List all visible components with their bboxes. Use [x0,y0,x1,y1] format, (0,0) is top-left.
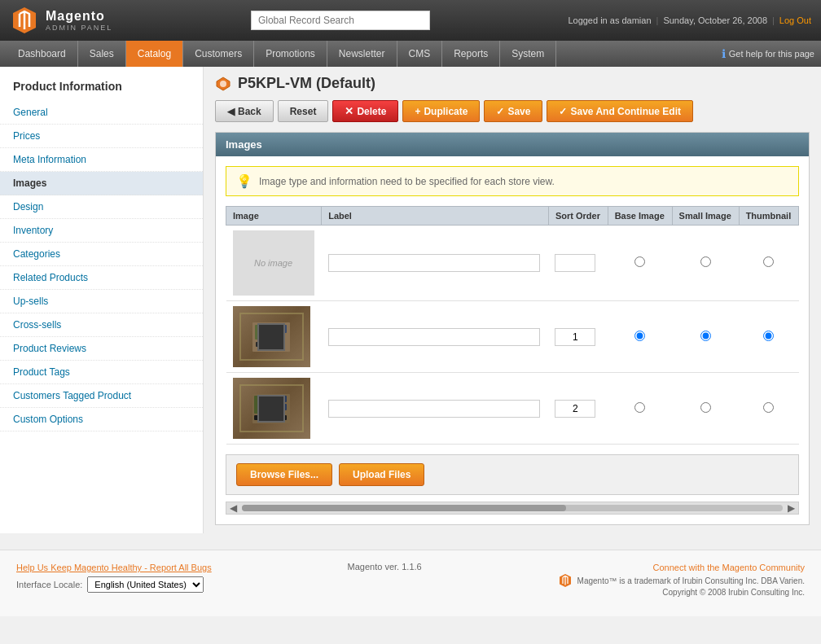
nav-item-newsletter[interactable]: Newsletter [327,41,397,67]
nav-item-dashboard[interactable]: Dashboard [7,41,78,67]
sidebar-item-categories[interactable]: Categories [0,243,203,266]
sidebar-item-reviews[interactable]: Product Reviews [0,337,203,361]
col-label: Label [322,207,549,226]
sidebar-item-tags[interactable]: Product Tags [0,361,203,384]
sidebar-item-upsells[interactable]: Up-sells [0,290,203,313]
base-radio-cell-1 [608,226,672,301]
svg-rect-3 [255,325,271,340]
image-label-input-1[interactable] [328,254,540,272]
sidebar-item-customers-tagged[interactable]: Customers Tagged Product [0,384,203,408]
content-area: P5KPL-VM (Default) ◀ Back Reset ✕ Delete… [204,67,821,533]
images-section-header: Images [216,133,809,156]
community-link[interactable]: Connect with the Magento Community [653,563,805,572]
image-label-input-3[interactable] [328,400,540,418]
logout-link[interactable]: Log Out [779,15,811,25]
header-search-area [251,11,430,30]
footer-top: Help Us Keep Magento Healthy - Report Al… [16,562,805,597]
scroll-right-button[interactable]: ▶ [784,502,798,514]
image-cell-3 [226,373,322,445]
upload-area: Browse Files... Upload Files [226,454,799,495]
sidebar-item-inventory[interactable]: Inventory [0,219,203,243]
thumb-radio-3[interactable] [763,402,774,413]
sidebar-item-design[interactable]: Design [0,195,203,219]
sort-input-2[interactable] [555,328,595,346]
header-user-info: Logged in as damian | Sunday, October 26… [568,15,811,25]
help-link[interactable]: ℹ Get help for this page [722,41,814,67]
thumb-radio-cell-1 [739,226,798,301]
duplicate-button[interactable]: + Duplicate [402,100,480,122]
footer: Help Us Keep Magento Healthy - Report Al… [0,550,821,616]
small-radio-3[interactable] [700,402,711,413]
main-nav: Dashboard Sales Catalog Customers Promot… [0,41,821,67]
image-label-input-2[interactable] [328,328,540,346]
locale-select[interactable]: English (United States) [87,576,204,593]
back-button[interactable]: ◀ Back [215,100,274,122]
logo-admin: Admin Panel [46,24,112,32]
logo-text: Magento Admin Panel [46,9,112,32]
base-radio-3[interactable] [634,402,645,413]
upload-files-button[interactable]: Upload Files [339,463,424,486]
nav-item-reports[interactable]: Reports [442,41,500,67]
svg-rect-2 [252,322,290,352]
separator2: | [772,15,775,25]
svg-point-1 [220,81,226,87]
sidebar-item-related[interactable]: Related Products [0,266,203,290]
main-content: Product Information General Prices Meta … [0,67,821,533]
images-section-body: 💡 Image type and information need to be … [216,156,809,524]
separator1: | [656,15,659,25]
thumb-radio-cell-3 [739,373,798,445]
sidebar-item-meta[interactable]: Meta Information [0,148,203,172]
delete-button[interactable]: ✕ Delete [332,100,398,122]
svg-point-6 [274,331,282,339]
delete-icon: ✕ [345,105,353,117]
col-small: Small Image [672,207,739,226]
sidebar-item-images[interactable]: Images [0,172,203,195]
nav-item-catalog[interactable]: Catalog [126,41,183,67]
sidebar-item-custom-options[interactable]: Custom Options [0,408,203,432]
thumb-radio-2[interactable] [763,331,774,341]
motherboard-svg-1 [251,321,292,353]
base-radio-1[interactable] [634,256,645,267]
save-button[interactable]: ✓ Save [484,100,542,122]
no-image-text: No image [254,258,292,268]
small-radio-1[interactable] [700,256,711,267]
svg-point-7 [276,333,279,336]
nav-item-system[interactable]: System [500,41,556,67]
reset-button[interactable]: Reset [278,100,329,122]
browse-files-button[interactable]: Browse Files... [236,463,332,486]
base-radio-2[interactable] [634,331,645,341]
sort-input-1[interactable] [555,254,595,272]
small-radio-2[interactable] [700,331,711,341]
date-info-text: Sunday, October 26, 2008 [663,15,767,25]
scroll-left-button[interactable]: ◀ [226,502,240,514]
svg-rect-10 [277,396,287,402]
nav-item-sales[interactable]: Sales [78,41,126,67]
small-radio-cell-1 [672,226,739,301]
save-continue-button[interactable]: ✓ Save And Continue Edit [547,100,693,122]
sidebar-item-general[interactable]: General [0,101,203,125]
label-cell-1 [322,226,549,301]
sidebar-item-crosssells[interactable]: Cross-sells [0,313,203,337]
sidebar: Product Information General Prices Meta … [0,67,204,533]
image-thumb-1: No image [233,230,314,296]
horizontal-scrollbar[interactable]: ◀ ▶ [226,502,799,515]
bug-report-link[interactable]: Help Us Keep Magento Healthy - Report Al… [16,563,212,572]
scroll-thumb[interactable] [242,505,566,511]
sort-input-3[interactable] [555,400,595,418]
save-continue-icon: ✓ [559,106,567,117]
thumb-radio-cell-2 [739,301,798,373]
magento-footer-icon [558,573,573,588]
global-search-input[interactable] [251,11,430,30]
table-row: No image [226,226,799,301]
nav-item-cms[interactable]: CMS [397,41,443,67]
nav-item-customers[interactable]: Customers [183,41,254,67]
nav-item-promotions[interactable]: Promotions [254,41,327,67]
images-table: Image Label Sort Order Base Image [226,206,799,445]
user-info-text: Logged in as damian [568,15,651,25]
sidebar-item-prices[interactable]: Prices [0,125,203,148]
locale-area: Interface Locale: English (United States… [16,576,212,593]
magento-logo-icon [10,6,39,35]
duplicate-icon: + [415,106,420,117]
thumb-radio-1[interactable] [763,256,774,267]
scroll-track [242,505,783,511]
